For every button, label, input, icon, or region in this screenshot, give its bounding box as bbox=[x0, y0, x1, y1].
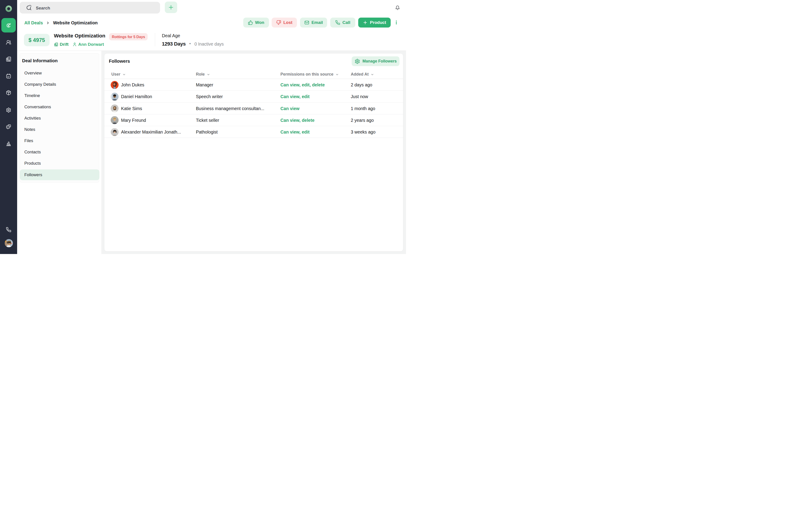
svg-text:$: $ bbox=[8, 24, 9, 27]
